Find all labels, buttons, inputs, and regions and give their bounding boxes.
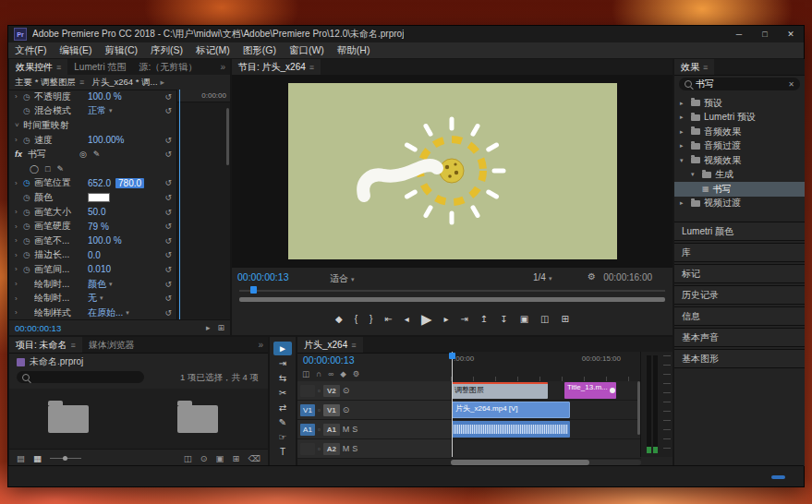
chevron-right-icon[interactable]: › (15, 136, 23, 144)
bin-folder-icon[interactable] (48, 405, 89, 433)
panel-tab-info[interactable]: 信息 (674, 306, 805, 326)
go-to-in-icon[interactable]: ⇤ (384, 314, 392, 324)
chevron-right-icon[interactable]: ▸ (680, 128, 687, 136)
lock-icon[interactable]: ▫ (318, 406, 321, 414)
param-row-speed[interactable]: › ◷ 速度 100.00% ↺ (9, 133, 176, 148)
chevron-right-icon[interactable]: › (15, 92, 23, 101)
chevron-right-icon[interactable]: › (15, 236, 23, 245)
track-select-tool[interactable]: ⇥ (273, 356, 292, 370)
source-patch-badge[interactable]: V1 (300, 404, 315, 416)
chevron-right-icon[interactable]: › (15, 265, 23, 273)
reset-icon[interactable]: ↺ (164, 136, 172, 145)
program-zoom-scrollbar[interactable] (239, 297, 665, 302)
timeline-vertical-scrollbar[interactable] (637, 381, 640, 435)
chevron-down-icon[interactable]: ▾ (109, 281, 113, 288)
ellipse-mask-icon[interactable]: ◯ (30, 164, 39, 174)
slip-tool[interactable]: ⇄ (273, 401, 292, 414)
chevron-right-icon[interactable]: ▸ (680, 199, 687, 207)
param-value[interactable]: 0.0 (88, 250, 101, 260)
param-value[interactable]: 100.0 % (88, 91, 122, 102)
maximize-button[interactable]: □ (752, 26, 778, 42)
selection-tool[interactable]: ► (273, 342, 292, 355)
param-value-y-editing[interactable]: 780.0 (115, 178, 144, 188)
stopwatch-icon[interactable]: ◷ (23, 250, 34, 259)
delete-icon[interactable]: ⌫ (248, 453, 261, 463)
reset-icon[interactable]: ↺ (164, 265, 172, 274)
reset-icon[interactable]: ↺ (164, 308, 172, 318)
track-output-eye-icon[interactable]: ⊙ (343, 405, 350, 414)
stopwatch-icon[interactable]: ◷ (23, 222, 34, 231)
param-row-brush-spacing[interactable]: › ◷ 画笔间... 0.010 ↺ (9, 262, 176, 277)
tab-program[interactable]: 节目: 片头_x264 ≡ (232, 59, 321, 75)
target-icon[interactable]: ◎ (79, 150, 87, 159)
track-a2-lane[interactable] (451, 439, 641, 458)
clip-handle-dot[interactable] (610, 388, 615, 393)
param-row-brush-opacity[interactable]: › ◷ 画笔不... 100.0 % ↺ (9, 234, 176, 248)
reset-icon[interactable]: ↺ (164, 178, 172, 187)
mute-button[interactable]: M (343, 425, 350, 434)
chevron-right-icon[interactable]: ▸ (680, 142, 687, 150)
tab-project[interactable]: 项目: 未命名 ≡ (9, 337, 82, 353)
snap-icon[interactable]: ∩ (316, 369, 321, 378)
tree-item-lumetri-presets[interactable]: ▸ Lumetri 预设 (674, 111, 805, 126)
param-row-opacity[interactable]: › ◷ 不透明度 100.0 % ↺ (9, 90, 176, 104)
track-a1-header[interactable]: A1 ▫ A1 M S (297, 420, 452, 438)
automate-to-sequence-icon[interactable]: ◫ (184, 453, 192, 463)
param-row-color[interactable]: ◷ 颜色 ↺ (9, 190, 176, 205)
chevron-right-icon[interactable]: › (15, 208, 23, 216)
param-value[interactable]: 100.00% (88, 135, 124, 145)
source-patch-badge[interactable] (300, 385, 315, 397)
master-clip-label[interactable]: 主要 * 调整图层 (15, 77, 76, 89)
effect-controls-mini-timeline[interactable]: 0:00:00 (176, 90, 230, 320)
clip-audio[interactable] (452, 421, 570, 438)
reset-icon[interactable]: ↺ (164, 236, 172, 246)
comparison-view-icon[interactable]: ◫ (540, 314, 549, 324)
stopwatch-icon[interactable]: ◷ (23, 208, 34, 217)
stopwatch-icon[interactable]: ◷ (23, 106, 34, 115)
resolution-dropdown[interactable]: 1/4▾ (533, 272, 551, 282)
insert-overwrite-icon[interactable]: ◫ (302, 369, 309, 378)
minimize-button[interactable]: ─ (726, 26, 752, 42)
chevron-down-icon[interactable]: ▾ (691, 171, 698, 178)
extract-icon[interactable]: ↧ (500, 314, 507, 324)
tree-item-write-on-selected[interactable]: ▦ 书写 (674, 182, 805, 197)
chevron-right-icon[interactable]: ▸ (680, 114, 687, 121)
track-v1-lane[interactable]: 片头_x264.mp4 [V] (451, 401, 641, 419)
toggle-effects-icon[interactable]: ⊞ (217, 323, 224, 332)
play-only-icon[interactable]: ▸ (206, 323, 211, 332)
param-row-brush-hardness[interactable]: › ◷ 画笔硬度 79 % ↺ (9, 219, 176, 234)
scrollbar-thumb[interactable] (239, 297, 665, 302)
project-bin-area[interactable] (9, 389, 268, 450)
chevron-down-icon[interactable]: ▾ (126, 309, 129, 317)
param-value[interactable]: 无 (88, 292, 97, 305)
param-value[interactable]: 颜色 (88, 278, 106, 291)
param-value[interactable]: 0.010 (88, 264, 111, 274)
play-small-icon[interactable]: ▸ (161, 78, 165, 87)
tree-item-presets[interactable]: ▸ 预设 (674, 96, 805, 111)
panel-menu-icon[interactable]: ≡ (71, 341, 76, 350)
section-row-time-remap[interactable]: ˅ 时间重映射 (9, 118, 176, 133)
tree-item-audio-transitions[interactable]: ▸ 音频过渡 (674, 139, 805, 154)
chevron-right-icon[interactable]: › (15, 251, 23, 259)
menu-window[interactable]: 窗口(W) (283, 44, 331, 57)
add-marker-icon[interactable]: ◆ (335, 314, 343, 324)
clear-search-icon[interactable]: ✕ (788, 80, 794, 89)
param-row-paint-time-properties[interactable]: › 绘制时... 颜色 ▾ ↺ (9, 277, 176, 292)
step-back-icon[interactable]: ◂ (405, 314, 409, 324)
menu-edit[interactable]: 编辑(E) (53, 44, 98, 57)
stopwatch-icon[interactable]: ◷ (23, 193, 34, 202)
export-frame-icon[interactable]: ▣ (520, 314, 528, 324)
chevron-right-icon[interactable]: › (15, 280, 23, 288)
rect-mask-icon[interactable]: □ (45, 164, 50, 174)
icon-view-icon[interactable]: ▦ (33, 453, 42, 463)
stopwatch-icon[interactable]: ◷ (23, 236, 34, 246)
reset-icon[interactable]: ↺ (164, 92, 172, 102)
list-view-icon[interactable]: ▤ (17, 453, 25, 463)
mark-out-icon[interactable]: } (370, 314, 372, 324)
mute-button[interactable]: M (343, 444, 350, 453)
track-target-button[interactable]: V2 (323, 385, 340, 397)
sequence-clip-label[interactable]: 片头_x264 * 调... (91, 77, 157, 89)
menu-sequence[interactable]: 序列(S) (144, 44, 189, 57)
step-forward-icon[interactable]: ▸ (443, 314, 448, 324)
fit-dropdown[interactable]: 适合▾ (330, 272, 355, 285)
